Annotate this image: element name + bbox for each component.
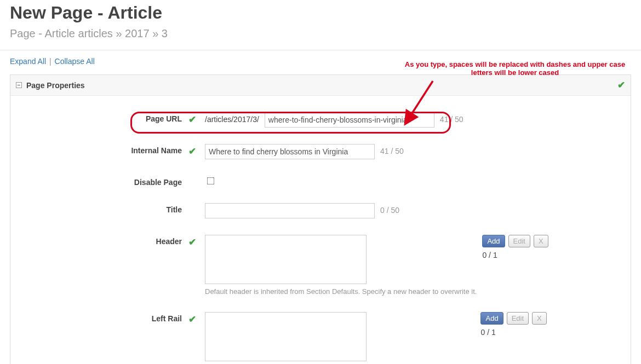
row-title: Title 0 / 50: [24, 203, 617, 218]
panel-valid-check-icon: ✔: [617, 79, 625, 91]
breadcrumb: Page - Article articles » 2017 » 3: [10, 27, 631, 40]
internal-name-input[interactable]: [205, 144, 375, 159]
expand-all-link[interactable]: Expand All: [10, 57, 46, 66]
panel-body: Page URL ✔ /articles/2017/3/ 41 / 50 Int…: [10, 96, 631, 364]
expand-collapse-toolbar: Expand All | Collapse All: [0, 50, 641, 74]
panel-title: Page Properties: [26, 81, 85, 90]
header-add-button[interactable]: Add: [482, 235, 505, 247]
left-rail-count: 0 / 1: [480, 328, 495, 337]
label-page-url: Page URL: [24, 112, 188, 123]
title-counter: 0 / 50: [380, 203, 399, 215]
header-helper-text: Default header is inherited from Section…: [205, 287, 477, 296]
row-internal-name: Internal Name ✔ 41 / 50: [24, 144, 617, 159]
check-icon: ✔: [188, 237, 196, 247]
row-header: Header ✔ Default header is inherited fro…: [24, 235, 617, 296]
left-rail-add-button[interactable]: Add: [480, 312, 503, 325]
header-edit-button[interactable]: Edit: [508, 235, 530, 247]
page-title: New Page - Article: [10, 3, 631, 23]
header-remove-button[interactable]: X: [534, 235, 548, 247]
page-url-counter: 41 / 50: [440, 112, 463, 124]
left-rail-edit-button[interactable]: Edit: [507, 312, 529, 325]
check-icon: ✔: [188, 146, 196, 157]
disable-page-checkbox[interactable]: [207, 177, 215, 185]
header-count: 0 / 1: [482, 251, 497, 259]
page-properties-panel: − Page Properties ✔ Page URL ✔ /articles…: [10, 74, 631, 364]
panel-header[interactable]: − Page Properties ✔: [10, 75, 631, 96]
label-left-rail: Left Rail: [24, 312, 188, 323]
label-disable-page: Disable Page: [24, 176, 188, 187]
title-input[interactable]: [205, 203, 375, 218]
label-internal-name: Internal Name: [24, 144, 188, 155]
label-header: Header: [24, 235, 188, 246]
header-selection-box[interactable]: [205, 235, 367, 284]
collapse-all-link[interactable]: Collapse All: [55, 57, 95, 66]
page-url-prefix: /articles/2017/3/: [205, 112, 259, 124]
check-icon: ✔: [188, 114, 196, 125]
row-left-rail: Left Rail ✔ Default left-rail is inherit…: [24, 312, 617, 364]
label-title: Title: [24, 203, 188, 214]
toolbar-separator: |: [49, 57, 51, 66]
collapse-toggle-icon[interactable]: −: [16, 82, 22, 88]
page-url-input[interactable]: [265, 112, 434, 128]
page-header: New Page - Article Page - Article articl…: [0, 0, 641, 50]
left-rail-selection-box[interactable]: [205, 312, 367, 361]
internal-name-counter: 41 / 50: [380, 144, 404, 155]
row-page-url: Page URL ✔ /articles/2017/3/ 41 / 50: [24, 112, 617, 128]
row-disable-page: Disable Page: [24, 176, 617, 187]
left-rail-remove-button[interactable]: X: [532, 312, 547, 325]
check-icon: ✔: [188, 314, 196, 325]
